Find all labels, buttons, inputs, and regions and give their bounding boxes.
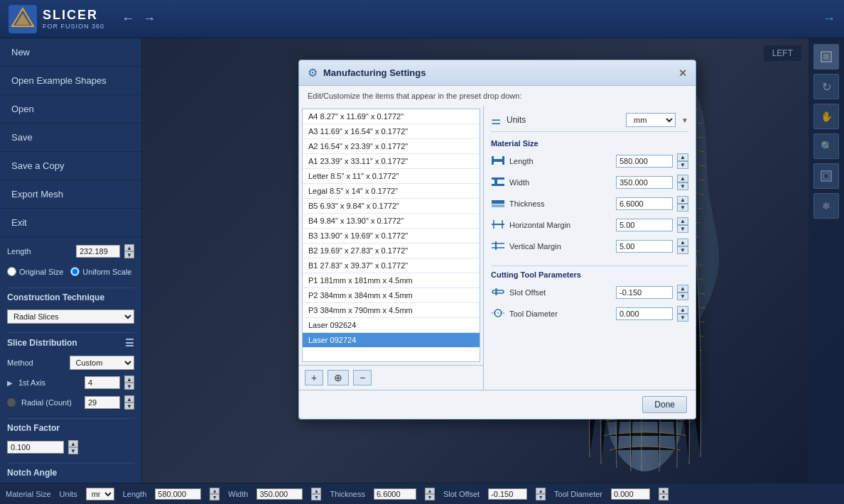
axis1-down[interactable]: ▼ — [124, 383, 134, 390]
preset-item-p3[interactable]: P3 384mm x 790mm x 4.5mm — [303, 303, 480, 318]
sidebar-item-open-example[interactable]: Open Example Shapes — [0, 67, 141, 95]
main-area: New Open Example Shapes Open Save Save a… — [0, 38, 844, 483]
dialog-tool-diameter-input[interactable] — [616, 307, 673, 320]
preset-item-letter[interactable]: Letter 8.5" x 11" x 0.1772" — [303, 169, 480, 184]
sidebar-item-export-mesh[interactable]: Export Mesh — [0, 180, 141, 209]
statusbar-slot-offset-input[interactable] — [488, 488, 527, 500]
length-input[interactable] — [76, 245, 120, 258]
radial-up[interactable]: ▲ — [124, 395, 134, 402]
dialog-titlebar: ⚙ Manufacturing Settings ✕ — [299, 60, 696, 86]
preset-item-b1[interactable]: B1 27.83" x 39.37" x 0.1772" — [303, 258, 480, 273]
sidebar-item-save[interactable]: Save — [0, 124, 141, 152]
manufacturing-settings-dialog: ⚙ Manufacturing Settings ✕ Edit/Customiz… — [298, 60, 696, 420]
preset-item-b3[interactable]: B3 13.90" x 19.69" x 0.1772" — [303, 229, 480, 243]
remove-preset-button[interactable]: − — [353, 370, 372, 385]
dialog-slot-offset-input[interactable] — [616, 286, 673, 299]
export-right-icon[interactable]: → — [823, 11, 835, 26]
sidebar-item-exit[interactable]: Exit — [0, 209, 141, 237]
notch-factor-input[interactable] — [7, 441, 64, 454]
axis1-input[interactable] — [85, 376, 120, 389]
sidebar-item-new[interactable]: New — [0, 38, 141, 67]
preset-item-laser-092724[interactable]: Laser 092724 — [303, 333, 480, 348]
dialog-tool-diameter-down[interactable]: ▼ — [677, 314, 688, 322]
dialog-close-button[interactable]: ✕ — [678, 67, 687, 79]
dialog-length-row: Length ▲ ▼ — [491, 153, 688, 169]
preset-item-p1[interactable]: P1 181mm x 181mm x 4.5mm — [303, 273, 480, 288]
dialog-length-up[interactable]: ▲ — [677, 153, 688, 161]
preset-item-a3[interactable]: A3 11.69" x 16.54" x 0.1772" — [303, 124, 480, 139]
app-name: SLICER — [43, 8, 104, 23]
preset-item-a2[interactable]: A2 16.54" x 23.39" x 0.1772" — [303, 139, 480, 154]
statusbar-width-input[interactable] — [256, 488, 303, 500]
statusbar-slot-offset-up[interactable]: ▲ — [536, 488, 546, 494]
duplicate-preset-button[interactable]: ⊕ — [328, 370, 349, 385]
preset-item-laser-092624[interactable]: Laser 092624 — [303, 318, 480, 333]
preset-item-b4[interactable]: B4 9.84" x 13.90" x 0.1772" — [303, 214, 480, 229]
dialog-width-input[interactable] — [616, 176, 673, 189]
done-button[interactable]: Done — [642, 396, 687, 413]
preset-item-a1[interactable]: A1 23.39" x 33.11" x 0.1772" — [303, 154, 480, 169]
uniform-scale-radio[interactable] — [70, 267, 80, 276]
statusbar-length-label: Length — [123, 490, 147, 498]
statusbar-thickness-up[interactable]: ▲ — [425, 488, 435, 494]
dialog-thickness-input[interactable] — [616, 197, 673, 210]
method-dropdown[interactable]: Custom — [70, 356, 135, 370]
construction-technique-dropdown[interactable]: Radial Slices — [7, 309, 134, 324]
slice-dist-icon[interactable]: ☰ — [125, 337, 134, 349]
dialog-thickness-down[interactable]: ▼ — [677, 204, 688, 212]
modal-overlay: ⚙ Manufacturing Settings ✕ Edit/Customiz… — [142, 38, 844, 483]
length-down[interactable]: ▼ — [124, 251, 134, 258]
statusbar-length-down[interactable]: ▼ — [210, 494, 220, 500]
preset-item-b2[interactable]: B2 19.69" x 27.83" x 0.1772" — [303, 243, 480, 258]
dialog-slot-offset-row: Slot Offset ▲ ▼ — [491, 285, 688, 300]
dialog-tool-diameter-up[interactable]: ▲ — [677, 306, 688, 314]
statusbar-width-up[interactable]: ▲ — [311, 488, 321, 494]
preset-item-b5[interactable]: B5 6.93" x 9.84" x 0.1772" — [303, 199, 480, 214]
add-preset-button[interactable]: + — [305, 370, 323, 385]
dialog-width-up[interactable]: ▲ — [677, 175, 688, 182]
statusbar-slot-offset-down[interactable]: ▼ — [536, 494, 546, 500]
statusbar-tool-diameter-up[interactable]: ▲ — [659, 488, 669, 494]
dialog-width-down[interactable]: ▼ — [677, 182, 688, 190]
preset-item-legal[interactable]: Legal 8.5" x 14" x 0.1772" — [303, 184, 480, 199]
dialog-slot-offset-up[interactable]: ▲ — [677, 285, 688, 292]
settings-panel: ⚌ Units mm ▼ Material Size — [484, 106, 696, 390]
notch-factor-up[interactable]: ▲ — [68, 440, 78, 447]
dialog-length-input[interactable] — [616, 155, 673, 168]
dialog-hmargin-up[interactable]: ▲ — [677, 217, 688, 225]
radial-down[interactable]: ▼ — [124, 402, 134, 410]
dialog-vmargin-up[interactable]: ▲ — [677, 239, 688, 246]
dialog-vmargin-input[interactable] — [616, 240, 673, 253]
redo-button[interactable]: → — [143, 11, 156, 26]
preset-item-p2[interactable]: P2 384mm x 384mm x 4.5mm — [303, 288, 480, 303]
dialog-length-down[interactable]: ▼ — [677, 161, 688, 169]
statusbar-length-input[interactable] — [155, 488, 201, 500]
statusbar-tool-diameter-down[interactable]: ▼ — [659, 494, 669, 500]
units-dropdown[interactable]: mm — [626, 113, 676, 127]
statusbar-slot-offset-spinner: ▲ ▼ — [536, 488, 546, 500]
sidebar-item-open[interactable]: Open — [0, 95, 141, 124]
dialog-vmargin-down[interactable]: ▼ — [677, 246, 688, 254]
sidebar-item-save-copy[interactable]: Save a Copy — [0, 152, 141, 180]
statusbar-units-dropdown[interactable]: mm — [86, 488, 114, 500]
original-size-radio[interactable] — [7, 267, 16, 276]
dialog-hmargin-input[interactable] — [616, 219, 673, 231]
statusbar-width-down[interactable]: ▼ — [311, 494, 321, 500]
length-up[interactable]: ▲ — [124, 244, 134, 251]
dialog-thickness-up[interactable]: ▲ — [677, 196, 688, 204]
statusbar-thickness-input[interactable] — [374, 488, 416, 500]
statusbar-thickness-down[interactable]: ▼ — [425, 494, 435, 500]
original-size-radio-label[interactable]: Original Size — [7, 267, 63, 276]
preset-list[interactable]: A4 8.27" x 11.69" x 0.1772"A3 11.69" x 1… — [302, 109, 480, 362]
statusbar-length-up[interactable]: ▲ — [210, 488, 220, 494]
radial-count-input[interactable] — [85, 396, 120, 409]
uniform-scale-radio-label[interactable]: Uniform Scale — [70, 267, 131, 276]
preset-item-a4[interactable]: A4 8.27" x 11.69" x 0.1772" — [303, 109, 480, 124]
notch-factor-down[interactable]: ▼ — [68, 447, 78, 454]
statusbar-thickness-spinner: ▲ ▼ — [425, 488, 435, 500]
undo-button[interactable]: ← — [121, 11, 134, 26]
axis1-up[interactable]: ▲ — [124, 376, 134, 383]
dialog-hmargin-down[interactable]: ▼ — [677, 225, 688, 233]
statusbar-tool-diameter-input[interactable] — [611, 488, 650, 500]
dialog-slot-offset-down[interactable]: ▼ — [677, 292, 688, 300]
